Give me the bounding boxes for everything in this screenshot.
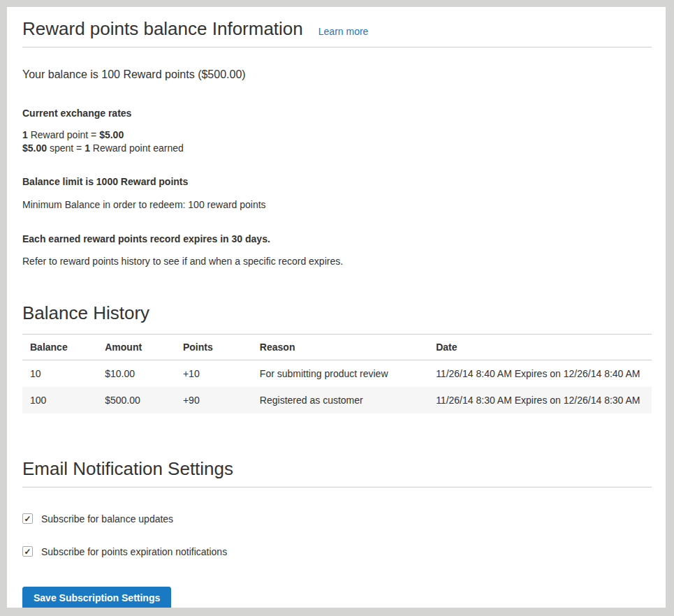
points-expiration-checkbox[interactable]: ✓ bbox=[22, 546, 33, 557]
balance-updates-checkbox[interactable]: ✓ bbox=[22, 513, 33, 524]
subscribe-points-expiration-row: ✓ Subscribe for points expiration notifi… bbox=[22, 546, 652, 557]
table-row: 100 $500.00 +90 Registered as customer 1… bbox=[22, 387, 652, 413]
cell-points: +90 bbox=[175, 387, 252, 413]
content-card: Reward points balance Information Learn … bbox=[7, 7, 666, 608]
exchange-text: Reward point = bbox=[28, 129, 99, 140]
cell-balance: 10 bbox=[22, 360, 97, 387]
exchange-text: spent = bbox=[47, 142, 85, 154]
table-row: 10 $10.00 +10 For submitting product rev… bbox=[22, 360, 652, 387]
expiration-note: Refer to reward points history to see if… bbox=[22, 255, 652, 267]
points-expiration-checkbox-label[interactable]: Subscribe for points expiration notifica… bbox=[41, 546, 227, 557]
balance-history-title: Balance History bbox=[22, 302, 652, 324]
exchange-rates-lines: 1 Reward point = $5.00 $5.00 spent = 1 R… bbox=[22, 129, 652, 155]
page-title: Reward points balance Information bbox=[22, 18, 303, 40]
balance-history-table: Balance Amount Points Reason Date 10 $10… bbox=[22, 334, 652, 413]
balance-summary: Your balance is 100 Reward points ($500.… bbox=[22, 68, 652, 82]
cell-reason: For submitting product review bbox=[252, 360, 428, 387]
cell-date: 11/26/14 8:30 AM Expires on 12/26/14 8:3… bbox=[428, 387, 652, 413]
exchange-rate-line-spend: $5.00 spent = 1 Reward point earned bbox=[22, 142, 652, 155]
exchange-rate-line-earn: 1 Reward point = $5.00 bbox=[22, 129, 652, 142]
balance-updates-checkbox-label[interactable]: Subscribe for balance updates bbox=[41, 513, 173, 525]
column-header-date: Date bbox=[428, 335, 652, 360]
balance-limit-heading: Balance limit is 1000 Reward points bbox=[22, 175, 652, 188]
cell-balance: 100 bbox=[22, 387, 97, 413]
exchange-value: $5.00 bbox=[22, 142, 47, 154]
exchange-value: 1 bbox=[85, 142, 90, 154]
exchange-text: Reward point earned bbox=[90, 142, 184, 154]
cell-reason: Registered as customer bbox=[252, 387, 428, 413]
header-divider bbox=[22, 47, 652, 47]
subscribe-balance-updates-row: ✓ Subscribe for balance updates bbox=[22, 513, 652, 525]
cell-amount: $500.00 bbox=[97, 387, 175, 413]
minimum-redeem-note: Minimum Balance in order to redeem: 100 … bbox=[22, 198, 652, 211]
page-header: Reward points balance Information Learn … bbox=[22, 18, 652, 40]
checkmark-icon: ✓ bbox=[24, 547, 31, 555]
learn-more-link[interactable]: Learn more bbox=[318, 26, 369, 37]
column-header-balance: Balance bbox=[22, 335, 97, 360]
save-subscription-settings-button[interactable]: Save Subscription Settings bbox=[22, 587, 171, 608]
exchange-value: $5.00 bbox=[99, 129, 124, 140]
table-header-row: Balance Amount Points Reason Date bbox=[22, 335, 652, 360]
email-settings-title: Email Notification Settings bbox=[22, 458, 652, 480]
cell-date: 11/26/14 8:40 AM Expires on 12/26/14 8:4… bbox=[428, 360, 652, 387]
column-header-amount: Amount bbox=[97, 335, 175, 360]
column-header-points: Points bbox=[175, 335, 252, 360]
checkmark-icon: ✓ bbox=[24, 514, 31, 522]
exchange-value: 1 bbox=[22, 129, 28, 140]
page-background: Reward points balance Information Learn … bbox=[0, 0, 674, 616]
column-header-reason: Reason bbox=[252, 335, 428, 360]
cell-amount: $10.00 bbox=[97, 360, 175, 387]
exchange-rates-heading: Current exchange rates bbox=[22, 107, 652, 119]
cell-points: +10 bbox=[175, 360, 252, 387]
email-settings-divider bbox=[22, 487, 652, 487]
expiration-heading: Each earned reward points record expires… bbox=[22, 233, 652, 245]
